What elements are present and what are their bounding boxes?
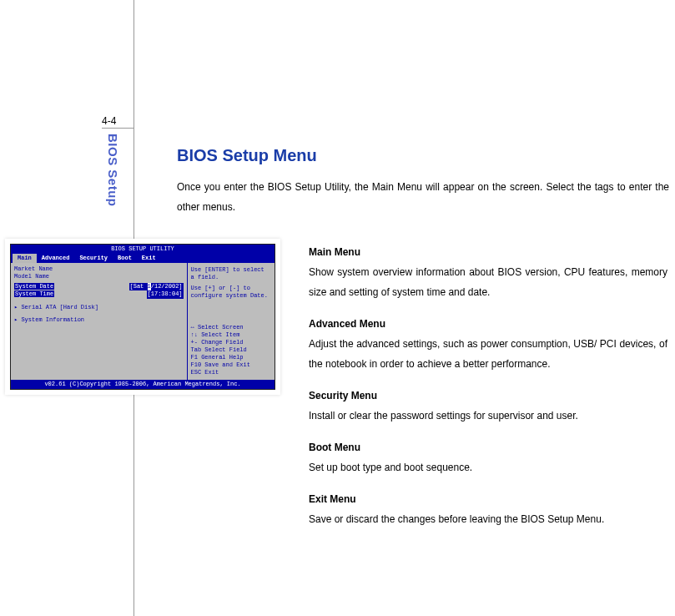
bios-title: BIOS SETUP UTILITY [11, 245, 275, 254]
bios-field-label: System Time [14, 290, 54, 297]
section-text-main: Show system overview information about B… [309, 262, 667, 302]
bios-key-line: ESC Exit [191, 369, 271, 376]
bios-screenshot: BIOS SETUP UTILITY Main Advanced Securit… [5, 239, 280, 395]
section-text-security: Install or clear the password settings f… [309, 406, 667, 426]
bios-row: System Time [17:38:04] [14, 290, 184, 298]
bios-key-line: F10 Save and Exit [191, 361, 271, 369]
bios-footer: v02.61 (C)Copyright 1985-2006, American … [11, 380, 275, 389]
section-text-boot: Set up boot type and boot sequence. [309, 457, 667, 477]
bios-key-line: Tab Select Field [191, 346, 271, 354]
bios-left-panel: Market Name Model Name System Date [Sat … [11, 263, 187, 380]
page-number: 4-4 [102, 115, 116, 127]
bios-key-line: ↑↓ Select Item [191, 331, 271, 339]
bios-key-line: F1 General Help [191, 354, 271, 361]
bios-row: ▸ Serial ATA [Hard Disk] [14, 304, 184, 311]
section-title-advanced: Advanced Menu [309, 314, 667, 334]
section-title-boot: Boot Menu [309, 437, 667, 457]
bios-field-value: [Sat 1/12/2002] [129, 283, 184, 290]
bios-row: Model Name [14, 273, 184, 280]
bios-field-value: [17:38:04] [147, 290, 184, 298]
bios-tab-boot: Boot [113, 254, 137, 263]
bios-field-label: System Date [14, 283, 54, 290]
bios-tab-exit: Exit [137, 254, 161, 263]
bios-tab-advanced: Advanced [37, 254, 75, 263]
bios-help-line: a field. [191, 274, 271, 281]
bios-row: System Date [Sat 1/12/2002] [14, 283, 184, 290]
side-tab-label: BIOS Setup [105, 134, 120, 217]
section-text-exit: Save or discard the changes before leavi… [309, 509, 667, 529]
bios-tab-security: Security [74, 254, 113, 263]
bios-help-line: Use [+] or [-] to [191, 285, 271, 292]
bios-row: Market Name [14, 265, 184, 273]
section-title-main: Main Menu [309, 242, 667, 262]
bios-right-panel: Use [ENTER] to select a field. Use [+] o… [187, 263, 275, 380]
section-title-exit: Exit Menu [309, 489, 667, 509]
section-text-advanced: Adjust the advanced settings, such as po… [309, 334, 667, 374]
section-title-security: Security Menu [309, 386, 667, 406]
page-heading: BIOS Setup Menu [177, 145, 669, 165]
bios-help-line: configure system Date. [191, 292, 271, 300]
bios-row: ▸ System Information [14, 316, 184, 324]
bios-key-line: +- Change Field [191, 339, 271, 346]
bios-tab-bar: Main Advanced Security Boot Exit [11, 254, 275, 263]
intro-paragraph: Once you enter the BIOS Setup Utility, t… [177, 177, 669, 217]
bios-help-line: Use [ENTER] to select [191, 266, 271, 274]
bios-key-line: ↔ Select Screen [191, 324, 271, 331]
page-number-underline [102, 128, 133, 129]
bios-tab-main: Main [13, 254, 37, 263]
